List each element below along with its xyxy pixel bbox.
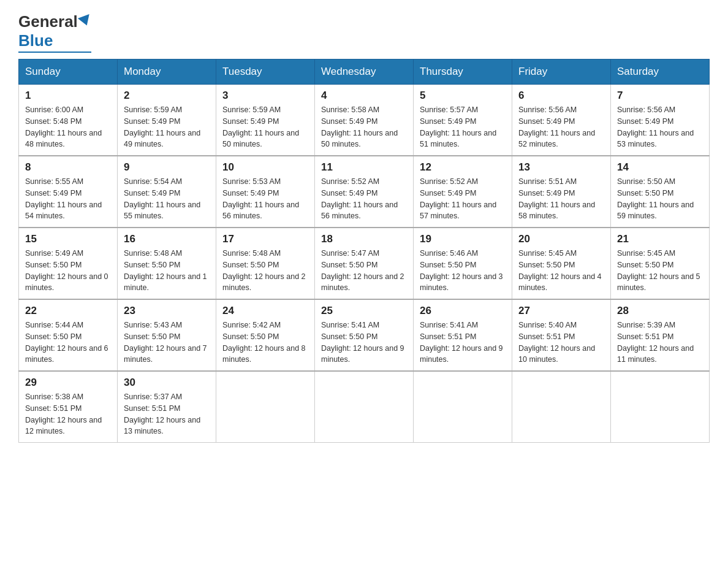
logo-triangle-icon [78, 14, 93, 28]
calendar-cell [216, 371, 315, 443]
day-info: Sunrise: 6:00 AMSunset: 5:48 PMDaylight:… [25, 105, 102, 148]
day-number: 1 [25, 90, 111, 102]
day-number: 11 [321, 161, 407, 174]
day-number: 26 [420, 305, 506, 317]
day-number: 12 [420, 161, 506, 174]
day-info: Sunrise: 5:39 AMSunset: 5:51 PMDaylight:… [617, 321, 694, 364]
calendar-cell: 13 Sunrise: 5:51 AMSunset: 5:49 PMDaylig… [512, 156, 611, 228]
day-info: Sunrise: 5:38 AMSunset: 5:51 PMDaylight:… [25, 393, 102, 435]
day-info: Sunrise: 5:52 AMSunset: 5:49 PMDaylight:… [420, 177, 496, 220]
day-info: Sunrise: 5:54 AMSunset: 5:49 PMDaylight:… [124, 177, 200, 220]
calendar-week-row: 22 Sunrise: 5:44 AMSunset: 5:50 PMDaylig… [19, 299, 710, 371]
day-info: Sunrise: 5:53 AMSunset: 5:49 PMDaylight:… [222, 177, 299, 220]
calendar-cell [315, 371, 414, 443]
day-info: Sunrise: 5:46 AMSunset: 5:50 PMDaylight:… [420, 249, 503, 292]
calendar-week-row: 8 Sunrise: 5:55 AMSunset: 5:49 PMDayligh… [19, 156, 710, 228]
calendar-cell: 21 Sunrise: 5:45 AMSunset: 5:50 PMDaylig… [611, 228, 710, 299]
calendar-cell: 18 Sunrise: 5:47 AMSunset: 5:50 PMDaylig… [315, 228, 414, 299]
column-header-saturday: Saturday [611, 59, 710, 85]
day-number: 9 [124, 161, 210, 174]
day-info: Sunrise: 5:48 AMSunset: 5:50 PMDaylight:… [222, 249, 306, 292]
column-header-thursday: Thursday [414, 59, 512, 85]
day-number: 25 [321, 305, 407, 317]
day-number: 24 [222, 305, 308, 317]
day-info: Sunrise: 5:58 AMSunset: 5:49 PMDaylight:… [321, 105, 398, 148]
calendar-cell: 3 Sunrise: 5:59 AMSunset: 5:49 PMDayligh… [216, 85, 315, 156]
calendar-cell: 7 Sunrise: 5:56 AMSunset: 5:49 PMDayligh… [611, 85, 710, 156]
calendar-cell: 11 Sunrise: 5:52 AMSunset: 5:49 PMDaylig… [315, 156, 414, 228]
calendar-cell: 10 Sunrise: 5:53 AMSunset: 5:49 PMDaylig… [216, 156, 315, 228]
calendar-cell: 19 Sunrise: 5:46 AMSunset: 5:50 PMDaylig… [414, 228, 512, 299]
day-number: 6 [518, 90, 604, 102]
logo: General Blue [18, 12, 91, 53]
day-info: Sunrise: 5:40 AMSunset: 5:51 PMDaylight:… [518, 321, 595, 364]
day-info: Sunrise: 5:52 AMSunset: 5:49 PMDaylight:… [321, 177, 398, 220]
calendar-week-row: 29 Sunrise: 5:38 AMSunset: 5:51 PMDaylig… [19, 371, 710, 443]
day-info: Sunrise: 5:41 AMSunset: 5:50 PMDaylight:… [321, 321, 404, 364]
day-number: 19 [420, 233, 506, 245]
day-number: 27 [518, 305, 604, 317]
calendar-cell: 23 Sunrise: 5:43 AMSunset: 5:50 PMDaylig… [118, 299, 216, 371]
day-info: Sunrise: 5:55 AMSunset: 5:49 PMDaylight:… [25, 177, 102, 220]
calendar-cell: 9 Sunrise: 5:54 AMSunset: 5:49 PMDayligh… [118, 156, 216, 228]
calendar-cell [512, 371, 611, 443]
calendar-cell: 17 Sunrise: 5:48 AMSunset: 5:50 PMDaylig… [216, 228, 315, 299]
logo-blue-text: Blue [18, 31, 53, 50]
column-header-sunday: Sunday [19, 59, 118, 85]
calendar-cell: 5 Sunrise: 5:57 AMSunset: 5:49 PMDayligh… [414, 85, 512, 156]
day-number: 14 [617, 161, 703, 174]
day-info: Sunrise: 5:49 AMSunset: 5:50 PMDaylight:… [25, 249, 108, 292]
day-info: Sunrise: 5:45 AMSunset: 5:50 PMDaylight:… [518, 249, 602, 292]
column-header-tuesday: Tuesday [216, 59, 315, 85]
day-info: Sunrise: 5:50 AMSunset: 5:50 PMDaylight:… [617, 177, 694, 220]
day-number: 16 [124, 233, 210, 245]
calendar-week-row: 15 Sunrise: 5:49 AMSunset: 5:50 PMDaylig… [19, 228, 710, 299]
day-info: Sunrise: 5:44 AMSunset: 5:50 PMDaylight:… [25, 321, 108, 364]
day-info: Sunrise: 5:41 AMSunset: 5:51 PMDaylight:… [420, 321, 503, 364]
day-info: Sunrise: 5:51 AMSunset: 5:49 PMDaylight:… [518, 177, 595, 220]
calendar-cell: 22 Sunrise: 5:44 AMSunset: 5:50 PMDaylig… [19, 299, 118, 371]
calendar-cell: 1 Sunrise: 6:00 AMSunset: 5:48 PMDayligh… [19, 85, 118, 156]
calendar-cell: 20 Sunrise: 5:45 AMSunset: 5:50 PMDaylig… [512, 228, 611, 299]
calendar-cell [414, 371, 512, 443]
calendar-table: SundayMondayTuesdayWednesdayThursdayFrid… [18, 59, 710, 443]
calendar-cell: 25 Sunrise: 5:41 AMSunset: 5:50 PMDaylig… [315, 299, 414, 371]
day-number: 29 [25, 377, 111, 389]
calendar-cell: 26 Sunrise: 5:41 AMSunset: 5:51 PMDaylig… [414, 299, 512, 371]
day-number: 8 [25, 161, 111, 174]
calendar-cell: 29 Sunrise: 5:38 AMSunset: 5:51 PMDaylig… [19, 371, 118, 443]
day-info: Sunrise: 5:59 AMSunset: 5:49 PMDaylight:… [124, 105, 200, 148]
day-number: 23 [124, 305, 210, 317]
day-info: Sunrise: 5:56 AMSunset: 5:49 PMDaylight:… [617, 105, 694, 148]
day-info: Sunrise: 5:42 AMSunset: 5:50 PMDaylight:… [222, 321, 306, 364]
calendar-cell: 15 Sunrise: 5:49 AMSunset: 5:50 PMDaylig… [19, 228, 118, 299]
calendar-cell: 30 Sunrise: 5:37 AMSunset: 5:51 PMDaylig… [118, 371, 216, 443]
calendar-cell: 2 Sunrise: 5:59 AMSunset: 5:49 PMDayligh… [118, 85, 216, 156]
calendar-cell: 16 Sunrise: 5:48 AMSunset: 5:50 PMDaylig… [118, 228, 216, 299]
day-info: Sunrise: 5:43 AMSunset: 5:50 PMDaylight:… [124, 321, 207, 364]
day-number: 21 [617, 233, 703, 245]
calendar-cell: 8 Sunrise: 5:55 AMSunset: 5:49 PMDayligh… [19, 156, 118, 228]
day-number: 7 [617, 90, 703, 102]
column-header-wednesday: Wednesday [315, 59, 414, 85]
day-number: 15 [25, 233, 111, 245]
logo-general-text: General [18, 12, 78, 31]
page-header: General Blue [18, 12, 710, 53]
day-number: 10 [222, 161, 308, 174]
day-info: Sunrise: 5:48 AMSunset: 5:50 PMDaylight:… [124, 249, 207, 292]
day-number: 5 [420, 90, 506, 102]
day-info: Sunrise: 5:45 AMSunset: 5:50 PMDaylight:… [617, 249, 700, 292]
day-info: Sunrise: 5:37 AMSunset: 5:51 PMDaylight:… [124, 393, 200, 435]
day-info: Sunrise: 5:57 AMSunset: 5:49 PMDaylight:… [420, 105, 496, 148]
day-number: 18 [321, 233, 407, 245]
calendar-header-row: SundayMondayTuesdayWednesdayThursdayFrid… [19, 59, 710, 85]
day-number: 22 [25, 305, 111, 317]
calendar-cell: 27 Sunrise: 5:40 AMSunset: 5:51 PMDaylig… [512, 299, 611, 371]
calendar-cell [611, 371, 710, 443]
day-info: Sunrise: 5:56 AMSunset: 5:49 PMDaylight:… [518, 105, 595, 148]
logo-underline [18, 52, 91, 53]
day-number: 4 [321, 90, 407, 102]
day-number: 3 [222, 90, 308, 102]
day-number: 20 [518, 233, 604, 245]
calendar-cell: 24 Sunrise: 5:42 AMSunset: 5:50 PMDaylig… [216, 299, 315, 371]
